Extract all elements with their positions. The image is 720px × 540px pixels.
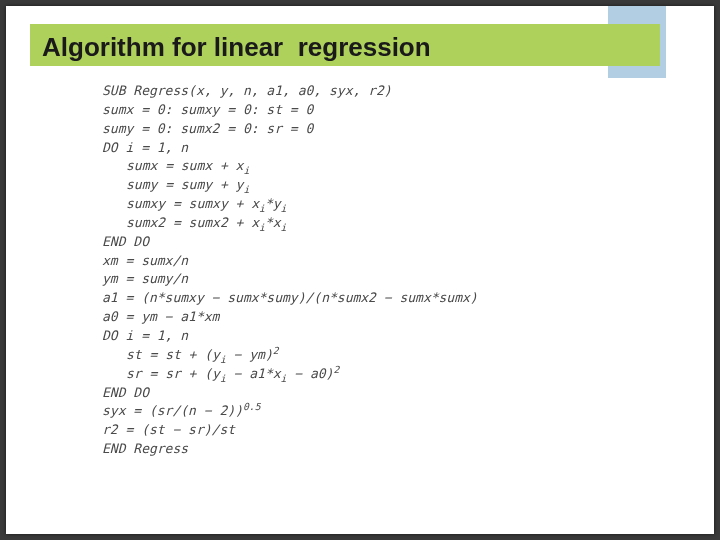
code-line: sumx = sumx + xi (102, 157, 562, 176)
code-line: sr = sr + (yi − a1*xi − a0)2 (102, 365, 562, 384)
code-line: DO i = 1, n (102, 139, 562, 158)
code-line: sumx = 0: sumxy = 0: st = 0 (102, 101, 562, 120)
title-bar: Algorithm for linear regression (30, 24, 660, 66)
code-line: xm = sumx/n (102, 252, 562, 271)
pseudocode-block: SUB Regress(x, y, n, a1, a0, syx, r2) su… (102, 82, 562, 459)
code-line: ym = sumy/n (102, 270, 562, 289)
code-line: SUB Regress(x, y, n, a1, a0, syx, r2) (102, 82, 562, 101)
code-line: syx = (sr/(n − 2))0.5 (102, 402, 562, 421)
code-line: a0 = ym − a1*xm (102, 308, 562, 327)
code-line: END DO (102, 233, 562, 252)
code-line: r2 = (st − sr)/st (102, 421, 562, 440)
slide-title: Algorithm for linear regression (42, 32, 431, 63)
code-line: sumy = 0: sumx2 = 0: sr = 0 (102, 120, 562, 139)
code-line: DO i = 1, n (102, 327, 562, 346)
code-line: a1 = (n*sumxy − sumx*sumy)/(n*sumx2 − su… (102, 289, 562, 308)
code-line: END DO (102, 384, 562, 403)
slide: Algorithm for linear regression SUB Regr… (6, 6, 714, 534)
code-line: sumy = sumy + yi (102, 176, 562, 195)
code-line: sumx2 = sumx2 + xi*xi (102, 214, 562, 233)
code-line: sumxy = sumxy + xi*yi (102, 195, 562, 214)
code-line: END Regress (102, 440, 562, 459)
code-line: st = st + (yi − ym)2 (102, 346, 562, 365)
